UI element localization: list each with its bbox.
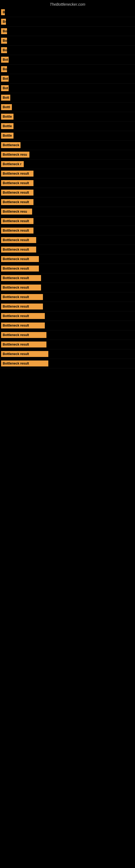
bottleneck-label: Bottleneck result: [1, 294, 43, 300]
list-item: Bottleneck result: [0, 245, 135, 254]
list-item: Bo: [0, 36, 135, 45]
list-item: Bottle: [0, 122, 135, 131]
list-item: Bottleneck result: [0, 359, 135, 368]
list-item: Bo: [0, 27, 135, 36]
list-item: Bo: [0, 65, 135, 74]
bottleneck-label: Bottleneck result: [1, 247, 36, 252]
list-item: Bottleneck result: [0, 254, 135, 264]
bottleneck-label: Bo: [1, 28, 7, 34]
bottleneck-label: Bottl: [1, 104, 12, 110]
bottleneck-label: Bottle: [1, 133, 13, 138]
list-item: Bottleneck resu: [0, 207, 135, 216]
list-item: Bottleneck result: [0, 321, 135, 330]
bottleneck-label: Bottleneck resu: [1, 152, 30, 158]
list-item: Bottle: [0, 131, 135, 141]
list-item: Bottle: [0, 112, 135, 122]
list-item: Bot: [0, 74, 135, 84]
list-item: Bo: [0, 45, 135, 55]
bottleneck-label: Bottleneck result: [1, 304, 43, 310]
list-item: Bottleneck result: [0, 273, 135, 283]
list-item: Bottleneck result: [0, 236, 135, 245]
list-item: Bottleneck result: [0, 169, 135, 179]
list-item: Bottleneck result: [0, 292, 135, 302]
list-item: Bottleneck result: [0, 330, 135, 340]
list-item: Bott: [0, 93, 135, 102]
list-item: Bottleneck result: [0, 340, 135, 349]
list-item: Bottleneck result: [0, 302, 135, 311]
list-item: Bottleneck: [0, 141, 135, 150]
list-item: Bottleneck result: [0, 188, 135, 197]
bottleneck-label: Bottleneck result: [1, 341, 46, 347]
bottleneck-label: Bottleneck result: [1, 218, 34, 224]
bottleneck-label: Bottleneck result: [1, 266, 39, 272]
bottleneck-label: Bot: [1, 57, 9, 63]
bottleneck-label: Bottleneck result: [1, 351, 48, 357]
list-item: Bottleneck resu: [0, 150, 135, 159]
list-item: Bottl: [0, 102, 135, 112]
bottleneck-label: Bottleneck result: [1, 190, 34, 195]
bottleneck-label: Bottleneck result: [1, 284, 41, 290]
bottleneck-label: B4: [1, 19, 6, 25]
bottleneck-label: Bo: [1, 38, 7, 44]
list-item: B: [0, 8, 135, 17]
list-item: Bottleneck result: [0, 226, 135, 236]
bottleneck-label: Bottleneck result: [1, 361, 48, 367]
list-item: Bottleneck r: [0, 159, 135, 169]
list-item: Bottleneck result: [0, 264, 135, 273]
bottleneck-label: Bottleneck result: [1, 256, 39, 262]
bottleneck-label: Bottleneck result: [1, 313, 45, 319]
bottleneck-label: Bo: [1, 47, 7, 53]
list-item: Bottleneck result: [0, 179, 135, 188]
bottleneck-label: Bot: [1, 85, 9, 91]
bottleneck-label: Bottleneck resu: [1, 209, 32, 215]
bottleneck-label: Bott: [1, 95, 10, 101]
bottleneck-label: B: [1, 9, 5, 15]
bottleneck-label: Bottleneck result: [1, 275, 41, 281]
list-item: Bottleneck result: [0, 197, 135, 207]
bottleneck-label: Bottle: [1, 114, 13, 120]
site-title: TheBottlenecker.com: [0, 0, 135, 8]
bottleneck-label: Bo: [1, 66, 7, 72]
bottleneck-label: Bottle: [1, 123, 13, 129]
bottleneck-label: Bottleneck result: [1, 322, 45, 329]
list-item: Bottleneck result: [0, 283, 135, 292]
bottleneck-label: Bot: [1, 76, 9, 82]
bottleneck-label: Bottleneck result: [1, 199, 34, 205]
list-item: Bot: [0, 55, 135, 65]
list-item: B4: [0, 17, 135, 27]
list-item: Bottleneck result: [0, 216, 135, 226]
bottleneck-label: Bottleneck result: [1, 227, 34, 234]
list-item: Bottleneck result: [0, 349, 135, 359]
list-item: Bot: [0, 84, 135, 93]
bottleneck-label: Bottleneck result: [1, 332, 46, 338]
bottleneck-label: Bottleneck: [1, 142, 20, 148]
list-item: Bottleneck result: [0, 311, 135, 321]
bottleneck-label: Bottleneck result: [1, 237, 36, 243]
bottleneck-label: Bottleneck r: [1, 161, 24, 167]
bottleneck-label: Bottleneck result: [1, 170, 34, 177]
bottleneck-label: Bottleneck result: [1, 180, 34, 186]
